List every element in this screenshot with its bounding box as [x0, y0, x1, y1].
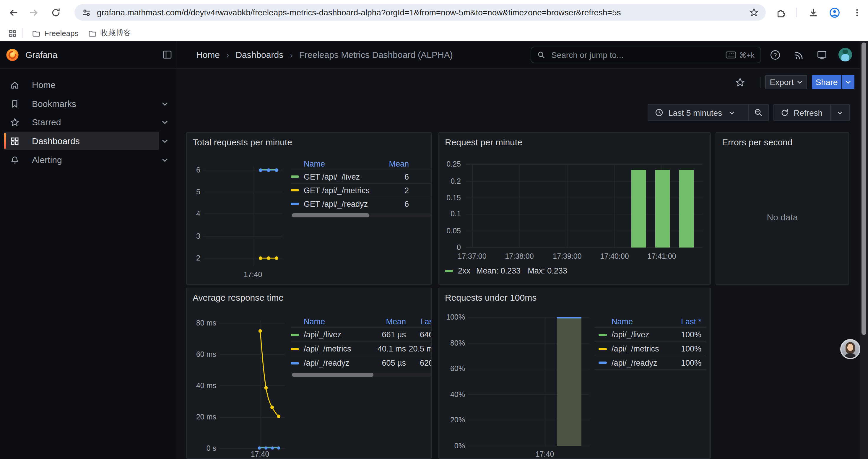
breadcrumb-current: Freeleaps Metrics Dashboard (ALPHA): [299, 50, 453, 60]
bookmark-folder-blogs[interactable]: 收藏博客: [83, 26, 136, 40]
panel-errors-per-second: Errors per second No data: [716, 132, 849, 285]
sidebar-item-starred[interactable]: Starred: [0, 113, 177, 131]
browser-toolbar: [0, 0, 868, 25]
chevron-down-icon[interactable]: [162, 102, 168, 106]
breadcrumb-sep: ›: [290, 50, 292, 59]
panel-avg-response-time: Average response time 80 ms 60 ms 40 ms …: [186, 288, 432, 459]
legend-col-name[interactable]: Name: [304, 159, 380, 168]
sidebar-item-home[interactable]: Home: [0, 76, 177, 94]
legend-row[interactable]: GET /api/_/metrics 2: [291, 183, 431, 197]
screen: Freeleaps 收藏博客 Grafana: [0, 0, 868, 459]
svg-text:?: ?: [774, 52, 777, 58]
download-icon[interactable]: [807, 6, 819, 18]
legend-table: Name Mean GET /api/_/livez 6 GET /api/_/…: [291, 158, 431, 218]
legend-scrollbar[interactable]: [291, 373, 431, 377]
star-icon: [10, 117, 20, 127]
series-swatch: [291, 189, 299, 191]
floating-assistant-avatar[interactable]: [840, 339, 860, 359]
legend-row[interactable]: /api/_/livez 661 µs 646: [291, 327, 432, 341]
zoom-out-time-button[interactable]: [748, 104, 768, 121]
folder-icon: [32, 29, 41, 37]
folder-icon: [88, 29, 97, 37]
chevron-down-icon[interactable]: [162, 139, 168, 143]
sidebar-item-dashboards[interactable]: Dashboards: [0, 132, 177, 150]
legend-scrollbar[interactable]: [291, 213, 431, 218]
legend[interactable]: 2xx Mean: 0.233 Max: 0.233: [445, 266, 567, 275]
refresh-button[interactable]: Refresh: [774, 104, 830, 121]
search-input[interactable]: [550, 50, 721, 60]
breadcrumb-home[interactable]: Home: [196, 50, 220, 60]
series-swatch: [445, 270, 453, 272]
legend-row[interactable]: GET /api/_/livez 6: [291, 169, 431, 183]
help-icon[interactable]: ?: [769, 48, 782, 61]
legend-col-name[interactable]: Name: [612, 317, 671, 326]
user-avatar[interactable]: [838, 48, 852, 61]
legend-table: Name Last * /api/_/livez 100% /api/_/met…: [594, 316, 706, 370]
url-bar[interactable]: [74, 4, 766, 21]
series-swatch: [598, 362, 607, 364]
avatar-art: [843, 50, 848, 54]
extensions-icon[interactable]: [775, 6, 786, 18]
back-icon[interactable]: [7, 6, 19, 18]
chevron-down-icon: [729, 111, 735, 114]
share-menu-button[interactable]: [842, 75, 855, 89]
breadcrumb: Home › Dashboards › Freeleaps Metrics Da…: [196, 41, 453, 68]
bookmark-folder-freeleaps[interactable]: Freeleaps: [27, 27, 83, 39]
bookmark-star-icon[interactable]: [749, 8, 759, 17]
page-scrollbar-thumb[interactable]: [862, 42, 866, 335]
search-bar[interactable]: ⌘+k: [531, 47, 761, 63]
refresh-interval-button[interactable]: [830, 104, 849, 121]
bookmark-label: Freeleaps: [44, 29, 79, 37]
x-tick: 17:41:00: [643, 252, 681, 261]
share-button[interactable]: Share: [812, 75, 841, 89]
clock-icon: [655, 108, 663, 117]
grafana-brand: Grafana: [0, 41, 177, 68]
reload-icon[interactable]: [50, 6, 61, 18]
chevron-down-icon[interactable]: [162, 121, 168, 124]
legend-row[interactable]: /api/_/metrics 40.1 ms 20.5 m: [291, 341, 432, 356]
url-input[interactable]: [97, 8, 745, 17]
dashboards-grid-icon: [10, 136, 20, 145]
breadcrumb-dashboards[interactable]: Dashboards: [236, 50, 283, 60]
chevron-down-icon: [797, 80, 802, 84]
sidebar-item-bookmarks[interactable]: Bookmarks: [0, 95, 177, 113]
profile-icon[interactable]: [829, 6, 840, 18]
x-tick: 17:40: [527, 450, 562, 459]
panel-requests-under-100ms: Requests under 100ms 100% 80% 60% 40% 20…: [438, 288, 711, 459]
series-swatch: [291, 348, 299, 350]
series-swatch: [598, 348, 607, 350]
kiosk-monitor-icon[interactable]: [815, 48, 829, 61]
legend-col-name[interactable]: Name: [304, 317, 370, 326]
forward-icon[interactable]: [28, 6, 39, 18]
sidebar-item-alerting[interactable]: Alerting: [0, 151, 177, 169]
favorite-dashboard-icon[interactable]: [735, 77, 745, 88]
chevron-down-icon[interactable]: [162, 158, 168, 162]
time-range-controls: Last 5 minutes: [648, 104, 769, 121]
dock-menu-icon[interactable]: [162, 50, 172, 59]
panel-title[interactable]: Errors per second: [722, 137, 793, 147]
time-range-picker[interactable]: Last 5 minutes: [648, 104, 748, 121]
refresh-icon: [780, 108, 789, 117]
x-tick: 17:37:00: [453, 252, 491, 261]
legend-series-name: 2xx: [458, 266, 470, 275]
legend-col-last[interactable]: Last *: [671, 317, 701, 326]
legend-row[interactable]: /api/_/metrics 100%: [594, 341, 706, 356]
legend-row[interactable]: /api/_/readyz 605 µs 620: [291, 356, 432, 370]
bookmark-icon: [10, 99, 20, 108]
legend-col-mean[interactable]: Mean: [370, 317, 406, 326]
export-button[interactable]: Export: [765, 75, 807, 89]
legend-col-mean[interactable]: Mean: [380, 159, 409, 168]
toolbar-divider: [796, 8, 797, 17]
browser-menu-icon[interactable]: [851, 6, 863, 18]
chevron-down-icon: [845, 80, 851, 84]
bell-icon: [10, 155, 20, 165]
legend-row[interactable]: GET /api/_/readyz 6: [291, 197, 431, 210]
legend-row[interactable]: /api/_/readyz 100%: [594, 356, 706, 370]
legend-col-last[interactable]: Las: [406, 317, 432, 326]
apps-grid-icon[interactable]: [8, 29, 17, 37]
grafana-logo[interactable]: [6, 48, 19, 61]
news-rss-icon[interactable]: [793, 48, 805, 61]
legend-row[interactable]: /api/_/livez 100%: [594, 327, 706, 341]
site-settings-icon[interactable]: [82, 8, 91, 17]
panel-total-requests: Total requests per minute 6 5 4 3 2 17:4…: [186, 132, 432, 285]
